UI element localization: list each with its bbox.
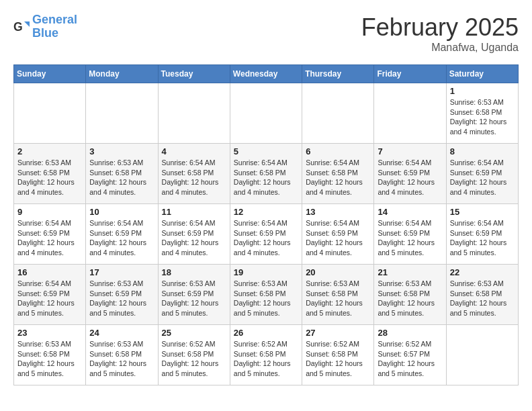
day-number: 15 bbox=[450, 207, 515, 217]
day-info: Sunrise: 6:53 AM Sunset: 6:58 PM Dayligh… bbox=[17, 158, 82, 197]
day-number: 5 bbox=[234, 146, 298, 156]
day-number: 6 bbox=[306, 146, 370, 156]
day-number: 19 bbox=[234, 267, 298, 277]
day-number: 27 bbox=[306, 328, 370, 338]
calendar-table: SundayMondayTuesdayWednesdayThursdayFrid… bbox=[13, 64, 519, 385]
day-info: Sunrise: 6:54 AM Sunset: 6:59 PM Dayligh… bbox=[17, 279, 82, 318]
calendar-cell: 3Sunrise: 6:53 AM Sunset: 6:58 PM Daylig… bbox=[86, 144, 158, 204]
day-info: Sunrise: 6:54 AM Sunset: 6:59 PM Dayligh… bbox=[450, 158, 515, 197]
day-info: Sunrise: 6:53 AM Sunset: 6:58 PM Dayligh… bbox=[450, 97, 515, 137]
day-number: 22 bbox=[450, 267, 515, 277]
calendar-cell: 27Sunrise: 6:52 AM Sunset: 6:58 PM Dayli… bbox=[302, 325, 374, 385]
day-info: Sunrise: 6:53 AM Sunset: 6:58 PM Dayligh… bbox=[378, 279, 442, 318]
day-info: Sunrise: 6:53 AM Sunset: 6:58 PM Dayligh… bbox=[450, 279, 515, 318]
calendar-day-header: Thursday bbox=[302, 65, 374, 83]
calendar-week-row: 9Sunrise: 6:54 AM Sunset: 6:59 PM Daylig… bbox=[14, 204, 519, 265]
calendar-cell: 14Sunrise: 6:54 AM Sunset: 6:59 PM Dayli… bbox=[374, 204, 446, 265]
calendar-day-header: Saturday bbox=[446, 65, 518, 83]
day-info: Sunrise: 6:54 AM Sunset: 6:58 PM Dayligh… bbox=[162, 158, 226, 197]
day-info: Sunrise: 6:53 AM Sunset: 6:58 PM Dayligh… bbox=[234, 279, 298, 318]
calendar-cell: 24Sunrise: 6:53 AM Sunset: 6:58 PM Dayli… bbox=[86, 325, 158, 385]
calendar-cell: 22Sunrise: 6:53 AM Sunset: 6:58 PM Dayli… bbox=[446, 265, 518, 325]
calendar-day-header: Friday bbox=[374, 65, 446, 83]
day-number: 13 bbox=[306, 207, 370, 217]
calendar-cell bbox=[302, 83, 374, 144]
day-number: 1 bbox=[450, 86, 515, 96]
day-info: Sunrise: 6:53 AM Sunset: 6:59 PM Dayligh… bbox=[162, 279, 226, 318]
calendar-cell: 8Sunrise: 6:54 AM Sunset: 6:59 PM Daylig… bbox=[446, 144, 518, 204]
calendar-cell: 16Sunrise: 6:54 AM Sunset: 6:59 PM Dayli… bbox=[14, 265, 86, 325]
day-info: Sunrise: 6:53 AM Sunset: 6:58 PM Dayligh… bbox=[89, 339, 154, 379]
calendar-cell: 18Sunrise: 6:53 AM Sunset: 6:59 PM Dayli… bbox=[158, 265, 230, 325]
calendar-day-header: Monday bbox=[86, 65, 158, 83]
day-number: 21 bbox=[378, 267, 442, 277]
calendar-cell: 23Sunrise: 6:53 AM Sunset: 6:58 PM Dayli… bbox=[14, 325, 86, 385]
calendar-cell: 21Sunrise: 6:53 AM Sunset: 6:58 PM Dayli… bbox=[374, 265, 446, 325]
day-info: Sunrise: 6:54 AM Sunset: 6:58 PM Dayligh… bbox=[234, 158, 298, 197]
svg-marker-1 bbox=[24, 21, 30, 27]
calendar-cell: 13Sunrise: 6:54 AM Sunset: 6:59 PM Dayli… bbox=[302, 204, 374, 265]
day-info: Sunrise: 6:53 AM Sunset: 6:58 PM Dayligh… bbox=[89, 158, 154, 197]
day-number: 4 bbox=[162, 146, 226, 156]
logo-icon: G bbox=[13, 19, 30, 35]
day-number: 3 bbox=[89, 146, 154, 156]
month-title: February 2025 bbox=[361, 13, 519, 42]
day-info: Sunrise: 6:54 AM Sunset: 6:59 PM Dayligh… bbox=[162, 218, 226, 258]
calendar-week-row: 16Sunrise: 6:54 AM Sunset: 6:59 PM Dayli… bbox=[14, 265, 519, 325]
day-number: 9 bbox=[17, 207, 82, 217]
day-info: Sunrise: 6:52 AM Sunset: 6:57 PM Dayligh… bbox=[378, 339, 442, 379]
calendar-cell bbox=[158, 83, 230, 144]
calendar-cell: 12Sunrise: 6:54 AM Sunset: 6:59 PM Dayli… bbox=[230, 204, 302, 265]
day-info: Sunrise: 6:54 AM Sunset: 6:59 PM Dayligh… bbox=[378, 158, 442, 197]
calendar-header-row: SundayMondayTuesdayWednesdayThursdayFrid… bbox=[14, 65, 519, 83]
day-number: 18 bbox=[162, 267, 226, 277]
calendar-cell bbox=[230, 83, 302, 144]
calendar-cell: 26Sunrise: 6:52 AM Sunset: 6:58 PM Dayli… bbox=[230, 325, 302, 385]
location-title: Manafwa, Uganda bbox=[361, 42, 519, 54]
calendar-cell: 1Sunrise: 6:53 AM Sunset: 6:58 PM Daylig… bbox=[446, 83, 518, 144]
day-number: 11 bbox=[162, 207, 226, 217]
day-number: 7 bbox=[378, 146, 442, 156]
logo-text: GeneralBlue bbox=[32, 13, 77, 40]
calendar-body: 1Sunrise: 6:53 AM Sunset: 6:58 PM Daylig… bbox=[14, 83, 519, 385]
calendar-cell bbox=[374, 83, 446, 144]
day-info: Sunrise: 6:53 AM Sunset: 6:59 PM Dayligh… bbox=[89, 279, 154, 318]
svg-text:G: G bbox=[13, 19, 23, 33]
day-info: Sunrise: 6:54 AM Sunset: 6:59 PM Dayligh… bbox=[234, 218, 298, 258]
day-info: Sunrise: 6:54 AM Sunset: 6:59 PM Dayligh… bbox=[378, 218, 442, 258]
calendar-cell: 11Sunrise: 6:54 AM Sunset: 6:59 PM Dayli… bbox=[158, 204, 230, 265]
day-number: 12 bbox=[234, 207, 298, 217]
calendar-cell: 4Sunrise: 6:54 AM Sunset: 6:58 PM Daylig… bbox=[158, 144, 230, 204]
calendar-cell bbox=[86, 83, 158, 144]
calendar-cell: 10Sunrise: 6:54 AM Sunset: 6:59 PM Dayli… bbox=[86, 204, 158, 265]
day-number: 20 bbox=[306, 267, 370, 277]
calendar-cell bbox=[446, 325, 518, 385]
day-number: 8 bbox=[450, 146, 515, 156]
day-info: Sunrise: 6:52 AM Sunset: 6:58 PM Dayligh… bbox=[162, 339, 226, 379]
calendar-week-row: 2Sunrise: 6:53 AM Sunset: 6:58 PM Daylig… bbox=[14, 144, 519, 204]
day-info: Sunrise: 6:53 AM Sunset: 6:58 PM Dayligh… bbox=[17, 339, 82, 379]
day-info: Sunrise: 6:54 AM Sunset: 6:59 PM Dayligh… bbox=[17, 218, 82, 258]
day-number: 17 bbox=[89, 267, 154, 277]
day-number: 25 bbox=[162, 328, 226, 338]
calendar-cell: 6Sunrise: 6:54 AM Sunset: 6:58 PM Daylig… bbox=[302, 144, 374, 204]
day-number: 23 bbox=[17, 328, 82, 338]
calendar-cell: 7Sunrise: 6:54 AM Sunset: 6:59 PM Daylig… bbox=[374, 144, 446, 204]
day-info: Sunrise: 6:53 AM Sunset: 6:58 PM Dayligh… bbox=[306, 279, 370, 318]
day-info: Sunrise: 6:54 AM Sunset: 6:59 PM Dayligh… bbox=[450, 218, 515, 258]
day-number: 26 bbox=[234, 328, 298, 338]
day-info: Sunrise: 6:52 AM Sunset: 6:58 PM Dayligh… bbox=[306, 339, 370, 379]
day-info: Sunrise: 6:54 AM Sunset: 6:59 PM Dayligh… bbox=[306, 218, 370, 258]
calendar-day-header: Sunday bbox=[14, 65, 86, 83]
day-number: 24 bbox=[89, 328, 154, 338]
day-number: 2 bbox=[17, 146, 82, 156]
day-info: Sunrise: 6:54 AM Sunset: 6:58 PM Dayligh… bbox=[306, 158, 370, 197]
calendar-cell: 15Sunrise: 6:54 AM Sunset: 6:59 PM Dayli… bbox=[446, 204, 518, 265]
calendar-cell: 19Sunrise: 6:53 AM Sunset: 6:58 PM Dayli… bbox=[230, 265, 302, 325]
calendar-cell: 2Sunrise: 6:53 AM Sunset: 6:58 PM Daylig… bbox=[14, 144, 86, 204]
page-header: G GeneralBlue February 2025 Manafwa, Uga… bbox=[13, 13, 519, 54]
day-number: 28 bbox=[378, 328, 442, 338]
title-section: February 2025 Manafwa, Uganda bbox=[361, 13, 519, 54]
calendar-cell: 9Sunrise: 6:54 AM Sunset: 6:59 PM Daylig… bbox=[14, 204, 86, 265]
calendar-day-header: Wednesday bbox=[230, 65, 302, 83]
